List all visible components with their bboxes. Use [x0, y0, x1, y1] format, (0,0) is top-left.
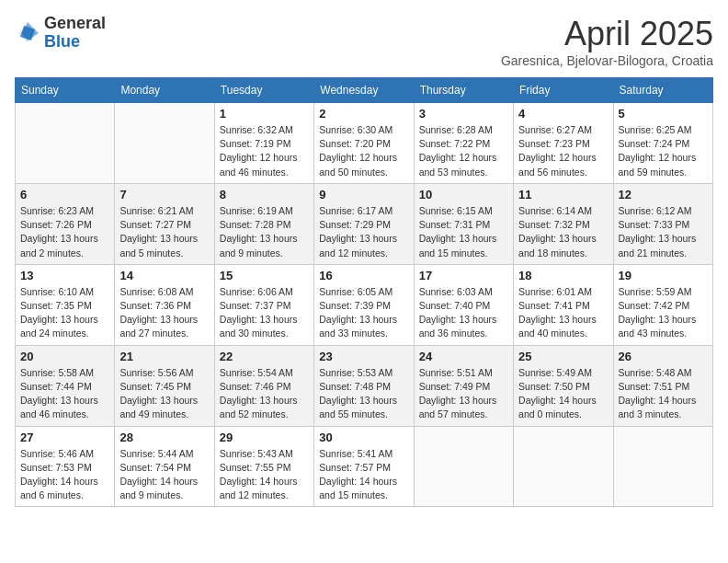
calendar-cell: 28Sunrise: 5:44 AMSunset: 7:54 PMDayligh…: [115, 426, 214, 507]
day-number: 21: [119, 350, 209, 363]
calendar-table: SundayMondayTuesdayWednesdayThursdayFrid…: [15, 77, 713, 507]
calendar-cell: 11Sunrise: 6:14 AMSunset: 7:32 PMDayligh…: [514, 183, 613, 264]
day-info: Sunrise: 5:53 AMSunset: 7:48 PMDaylight:…: [319, 366, 408, 422]
calendar-cell: [16, 103, 115, 184]
day-number: 11: [518, 188, 608, 201]
calendar-cell: 23Sunrise: 5:53 AMSunset: 7:48 PMDayligh…: [314, 345, 414, 426]
week-row-2: 6Sunrise: 6:23 AMSunset: 7:26 PMDaylight…: [16, 183, 713, 264]
day-info: Sunrise: 6:01 AMSunset: 7:41 PMDaylight:…: [518, 285, 608, 341]
month-title: April 2025: [501, 15, 713, 53]
day-info: Sunrise: 5:46 AMSunset: 7:53 PMDaylight:…: [20, 447, 109, 503]
day-info: Sunrise: 6:06 AMSunset: 7:37 PMDaylight:…: [220, 285, 309, 341]
day-number: 30: [319, 431, 408, 444]
day-info: Sunrise: 6:12 AMSunset: 7:33 PMDaylight:…: [619, 204, 708, 260]
location-subtitle: Garesnica, Bjelovar-Bilogora, Croatia: [501, 53, 713, 68]
day-info: Sunrise: 5:51 AMSunset: 7:49 PMDaylight:…: [419, 366, 508, 422]
day-info: Sunrise: 6:05 AMSunset: 7:39 PMDaylight:…: [319, 285, 408, 341]
day-info: Sunrise: 6:30 AMSunset: 7:20 PMDaylight:…: [319, 123, 408, 179]
day-number: 17: [419, 269, 508, 282]
day-number: 12: [619, 188, 708, 201]
day-info: Sunrise: 6:27 AMSunset: 7:23 PMDaylight:…: [518, 123, 608, 179]
calendar-cell: 27Sunrise: 5:46 AMSunset: 7:53 PMDayligh…: [16, 426, 115, 507]
day-info: Sunrise: 6:19 AMSunset: 7:28 PMDaylight:…: [220, 204, 309, 260]
day-info: Sunrise: 5:58 AMSunset: 7:44 PMDaylight:…: [20, 366, 109, 422]
calendar-cell: 1Sunrise: 6:32 AMSunset: 7:19 PMDaylight…: [214, 103, 313, 184]
weekday-header-tuesday: Tuesday: [214, 78, 313, 103]
day-info: Sunrise: 6:21 AMSunset: 7:27 PMDaylight:…: [119, 204, 209, 260]
day-info: Sunrise: 5:59 AMSunset: 7:42 PMDaylight:…: [619, 285, 708, 341]
day-info: Sunrise: 5:49 AMSunset: 7:50 PMDaylight:…: [518, 366, 608, 422]
day-info: Sunrise: 5:41 AMSunset: 7:57 PMDaylight:…: [319, 447, 408, 503]
calendar-cell: 26Sunrise: 5:48 AMSunset: 7:51 PMDayligh…: [613, 345, 712, 426]
calendar-cell: 15Sunrise: 6:06 AMSunset: 7:37 PMDayligh…: [214, 264, 313, 345]
day-number: 16: [319, 269, 408, 282]
day-info: Sunrise: 6:08 AMSunset: 7:36 PMDaylight:…: [119, 285, 209, 341]
weekday-header-row: SundayMondayTuesdayWednesdayThursdayFrid…: [16, 78, 713, 103]
week-row-4: 20Sunrise: 5:58 AMSunset: 7:44 PMDayligh…: [16, 345, 713, 426]
calendar-cell: 3Sunrise: 6:28 AMSunset: 7:22 PMDaylight…: [414, 103, 513, 184]
day-info: Sunrise: 6:28 AMSunset: 7:22 PMDaylight:…: [419, 123, 508, 179]
day-info: Sunrise: 6:23 AMSunset: 7:26 PMDaylight:…: [20, 204, 109, 260]
weekday-header-thursday: Thursday: [414, 78, 513, 103]
day-number: 29: [220, 431, 309, 444]
week-row-5: 27Sunrise: 5:46 AMSunset: 7:53 PMDayligh…: [16, 426, 713, 507]
calendar-cell: 30Sunrise: 5:41 AMSunset: 7:57 PMDayligh…: [314, 426, 414, 507]
day-number: 1: [220, 107, 309, 121]
day-number: 28: [119, 431, 209, 444]
calendar-cell: 9Sunrise: 6:17 AMSunset: 7:29 PMDaylight…: [314, 183, 414, 264]
day-number: 25: [518, 350, 608, 363]
day-number: 2: [319, 107, 408, 121]
calendar-cell: 2Sunrise: 6:30 AMSunset: 7:20 PMDaylight…: [314, 103, 414, 184]
day-number: 20: [20, 350, 109, 363]
day-info: Sunrise: 6:10 AMSunset: 7:35 PMDaylight:…: [20, 285, 109, 341]
day-number: 6: [20, 188, 109, 201]
calendar-cell: [414, 426, 513, 507]
weekday-header-sunday: Sunday: [16, 78, 115, 103]
logo-icon: [15, 20, 40, 46]
day-number: 22: [220, 350, 309, 363]
day-info: Sunrise: 5:48 AMSunset: 7:51 PMDaylight:…: [619, 366, 708, 422]
calendar-cell: [613, 426, 712, 507]
weekday-header-wednesday: Wednesday: [314, 78, 414, 103]
day-info: Sunrise: 5:54 AMSunset: 7:46 PMDaylight:…: [220, 366, 309, 422]
day-info: Sunrise: 6:17 AMSunset: 7:29 PMDaylight:…: [319, 204, 408, 260]
day-number: 9: [319, 188, 408, 201]
day-number: 14: [119, 269, 209, 282]
weekday-header-monday: Monday: [115, 78, 214, 103]
day-number: 7: [119, 188, 209, 201]
day-number: 3: [419, 107, 508, 121]
calendar-cell: 7Sunrise: 6:21 AMSunset: 7:27 PMDaylight…: [115, 183, 214, 264]
day-number: 24: [419, 350, 508, 363]
logo-general-text: General: [44, 14, 106, 32]
logo-blue-text: Blue: [44, 32, 80, 51]
day-number: 10: [419, 188, 508, 201]
calendar-cell: 13Sunrise: 6:10 AMSunset: 7:35 PMDayligh…: [16, 264, 115, 345]
day-number: 4: [518, 107, 608, 121]
page-header: General Blue April 2025 Garesnica, Bjelo…: [15, 15, 713, 68]
calendar-cell: 14Sunrise: 6:08 AMSunset: 7:36 PMDayligh…: [115, 264, 214, 345]
calendar-cell: [514, 426, 613, 507]
calendar-cell: 16Sunrise: 6:05 AMSunset: 7:39 PMDayligh…: [314, 264, 414, 345]
calendar-cell: 6Sunrise: 6:23 AMSunset: 7:26 PMDaylight…: [16, 183, 115, 264]
calendar-cell: 20Sunrise: 5:58 AMSunset: 7:44 PMDayligh…: [16, 345, 115, 426]
weekday-header-friday: Friday: [514, 78, 613, 103]
week-row-1: 1Sunrise: 6:32 AMSunset: 7:19 PMDaylight…: [16, 103, 713, 184]
logo: General Blue: [15, 15, 106, 52]
day-info: Sunrise: 5:56 AMSunset: 7:45 PMDaylight:…: [119, 366, 209, 422]
calendar-cell: 10Sunrise: 6:15 AMSunset: 7:31 PMDayligh…: [414, 183, 513, 264]
calendar-cell: 18Sunrise: 6:01 AMSunset: 7:41 PMDayligh…: [514, 264, 613, 345]
day-number: 23: [319, 350, 408, 363]
day-info: Sunrise: 5:43 AMSunset: 7:55 PMDaylight:…: [220, 447, 309, 503]
day-info: Sunrise: 6:14 AMSunset: 7:32 PMDaylight:…: [518, 204, 608, 260]
day-number: 19: [619, 269, 708, 282]
calendar-cell: 25Sunrise: 5:49 AMSunset: 7:50 PMDayligh…: [514, 345, 613, 426]
day-number: 5: [619, 107, 708, 121]
day-number: 8: [220, 188, 309, 201]
day-number: 15: [220, 269, 309, 282]
day-info: Sunrise: 5:44 AMSunset: 7:54 PMDaylight:…: [119, 447, 209, 503]
calendar-cell: 17Sunrise: 6:03 AMSunset: 7:40 PMDayligh…: [414, 264, 513, 345]
day-number: 27: [20, 431, 109, 444]
calendar-cell: 5Sunrise: 6:25 AMSunset: 7:24 PMDaylight…: [613, 103, 712, 184]
calendar-cell: 4Sunrise: 6:27 AMSunset: 7:23 PMDaylight…: [514, 103, 613, 184]
calendar-cell: 22Sunrise: 5:54 AMSunset: 7:46 PMDayligh…: [214, 345, 313, 426]
